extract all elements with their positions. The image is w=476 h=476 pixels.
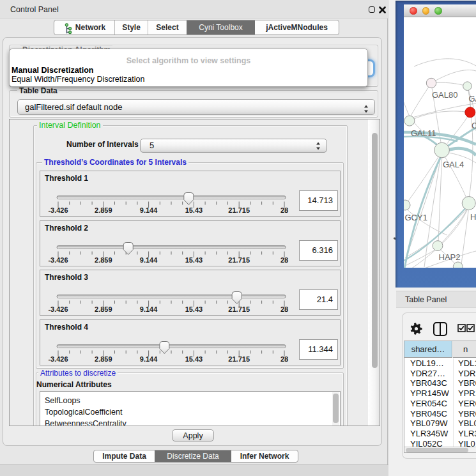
svg-text:GAL11: GAL11 xyxy=(411,128,436,138)
svg-text:28: 28 xyxy=(280,256,288,264)
svg-text:GCY1: GCY1 xyxy=(405,213,427,222)
svg-text:28: 28 xyxy=(280,355,288,363)
svg-text:9.144: 9.144 xyxy=(140,305,158,313)
svg-text:HAP2: HAP2 xyxy=(439,252,461,262)
svg-text:2.859: 2.859 xyxy=(95,355,112,363)
svg-text:-3.426: -3.426 xyxy=(48,256,68,264)
svg-text:28: 28 xyxy=(280,206,288,214)
svg-text:-3.426: -3.426 xyxy=(48,206,68,214)
svg-text:15.43: 15.43 xyxy=(185,355,203,363)
svg-text:15.43: 15.43 xyxy=(185,206,203,214)
svg-text:9.144: 9.144 xyxy=(140,256,158,264)
svg-text:9.144: 9.144 xyxy=(140,206,158,214)
svg-text:GAL80: GAL80 xyxy=(432,90,457,100)
svg-text:15.43: 15.43 xyxy=(185,256,203,264)
svg-text:GAL1: GAL1 xyxy=(469,94,476,104)
svg-text:2.859: 2.859 xyxy=(95,256,112,264)
svg-text:2.859: 2.859 xyxy=(95,206,112,214)
svg-text:-3.426: -3.426 xyxy=(48,355,68,363)
svg-text:21.715: 21.715 xyxy=(228,256,250,264)
svg-text:2.859: 2.859 xyxy=(95,305,112,313)
svg-text:21.715: 21.715 xyxy=(228,305,250,313)
svg-text:15.43: 15.43 xyxy=(185,305,203,313)
svg-text:GAL4: GAL4 xyxy=(443,160,464,169)
svg-text:21.715: 21.715 xyxy=(228,206,250,214)
svg-text:28: 28 xyxy=(280,305,288,313)
svg-text:-3.426: -3.426 xyxy=(48,305,68,313)
svg-text:CYC: CYC xyxy=(472,121,476,130)
svg-text:HAP: HAP xyxy=(470,212,476,222)
svg-text:21.715: 21.715 xyxy=(228,355,250,363)
svg-text:9.144: 9.144 xyxy=(140,355,158,363)
